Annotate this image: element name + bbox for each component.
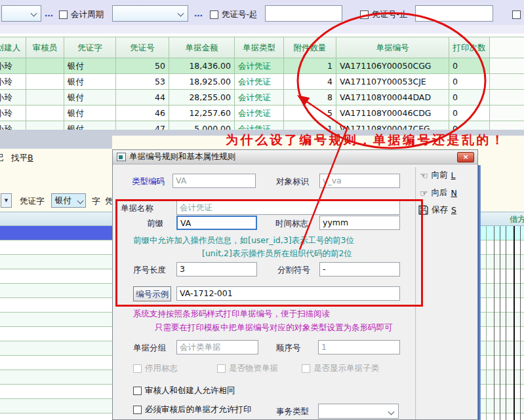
menu-item-zhaoping[interactable]: 找平B xyxy=(11,153,33,164)
dialog-titlebar[interactable]: 单据编号规则和基本属性规则 xyxy=(113,150,477,164)
serial-len-label: 序号长度 xyxy=(133,265,166,276)
cell: 银付 xyxy=(64,74,116,89)
filter-combo-2[interactable] xyxy=(112,5,188,22)
cell: 小玲 xyxy=(0,105,26,121)
hand-right-icon: ☞ xyxy=(420,189,428,197)
disable-flag-checkbox: 停用标志 xyxy=(133,363,178,374)
prefix-input[interactable]: VA xyxy=(176,216,257,230)
voucher-word-combo[interactable]: 银付 xyxy=(51,193,86,208)
cell: 小玲 xyxy=(0,74,26,89)
checkbox-box[interactable] xyxy=(512,10,521,19)
must-audit-checkbox[interactable]: 必须审核后的单据才允许打印 xyxy=(133,404,252,415)
grid-line-bold xyxy=(514,226,515,420)
checkbox-box[interactable] xyxy=(210,10,218,19)
save-button[interactable]: 保存 S xyxy=(418,204,456,216)
time-mark-input[interactable]: yymm xyxy=(319,216,400,230)
cell xyxy=(26,90,64,105)
vno-to-input[interactable] xyxy=(415,5,493,22)
vno-to-checkbox[interactable]: 凭证号-止 xyxy=(360,9,408,20)
cell: VA171108Y00046CDG xyxy=(336,105,449,121)
col-header-empty xyxy=(490,37,524,58)
date-dropdown-button[interactable]: ▼ xyxy=(1,193,12,208)
disable-flag-label: 停用标志 xyxy=(145,363,178,374)
seq-no-input[interactable]: 1 xyxy=(318,340,400,354)
prefix-hint-1: 前缀中允许加入操作员信息，如[user_id,3]表示工号的前3位 xyxy=(133,235,354,246)
ellipsis-button-1[interactable]: … xyxy=(45,9,54,18)
checkbox-box[interactable] xyxy=(59,10,68,19)
must-audit-label: 必须审核后的单据才允许打印 xyxy=(145,404,252,415)
cell: 小玲 xyxy=(0,58,26,73)
vno-from-checkbox[interactable]: 凭证号-起 xyxy=(210,9,258,20)
voucher-word-label: 凭证字 xyxy=(20,196,45,207)
col-header: 单据编号 xyxy=(336,37,449,58)
cell: VA171108Y00044DAD xyxy=(336,90,449,105)
checkbox-box[interactable] xyxy=(360,10,369,19)
cell: 53 xyxy=(116,74,169,89)
time-mark-label: 时间标志 xyxy=(275,218,308,229)
table-row[interactable]: 小玲 银付 50 18,436.00 会计凭证 1 VA171106Y00050… xyxy=(0,58,524,74)
clipped-checkbox[interactable]: 打 xyxy=(512,9,524,20)
table-header-row: 创建人 审核员 凭证字 凭证号 单据金额 单据类型 附件数量 单据编号 打印次数 xyxy=(0,37,524,58)
cell xyxy=(26,105,64,121)
checkbox-box[interactable] xyxy=(133,387,142,395)
forward-button[interactable]: ☜ 向前 L xyxy=(420,170,456,181)
object-id-input[interactable]: v_va xyxy=(319,174,400,188)
type-code-label: 类型编码 xyxy=(132,176,165,187)
ledger-row-right[interactable] xyxy=(478,226,524,240)
cell: 会计凭证 xyxy=(235,105,284,121)
menu-item-partial[interactable]: 记 xyxy=(0,153,7,164)
separator-label: 分割符号 xyxy=(277,265,310,276)
grid-line xyxy=(506,226,506,420)
barcode-note-2: 只需要在打印模板中把单据编号对应的对象类型设置为条形码即可 xyxy=(155,322,393,334)
grid-line xyxy=(494,226,494,420)
acct-period-label: 会计周期 xyxy=(71,9,104,20)
hand-left-icon: ☜ xyxy=(420,172,428,180)
ellipsis-button-2[interactable]: … xyxy=(194,9,203,18)
checkbox-box xyxy=(302,364,310,373)
clipped-label: 凭 xyxy=(105,196,112,207)
object-id-label: 对象标识 xyxy=(276,176,309,187)
col-header: 附件数量 xyxy=(284,37,336,58)
separator-input[interactable]: - xyxy=(319,262,400,277)
table-row[interactable]: 小玲 银付 44 28,255.00 会计凭证 8 VA171108Y00044… xyxy=(0,90,524,105)
cell: 小玲 xyxy=(0,90,26,105)
prefix-label: 前缀 xyxy=(147,218,163,229)
cell: 8 xyxy=(284,90,336,105)
app-screen: … 会计周期 … 凭证号-起 凭证号-止 打 创建人 审核员 凭证字 凭证号 单… xyxy=(0,0,524,420)
doc-name-label: 单据名称 xyxy=(121,203,153,214)
back-button[interactable]: ☞ 向后 N xyxy=(420,187,457,199)
type-code-input[interactable]: VA xyxy=(172,174,256,188)
voucher-word-value: 银付 xyxy=(55,195,71,205)
cell: 0 xyxy=(449,74,490,89)
cell: 4 xyxy=(284,74,336,89)
doc-group-input[interactable]: 会计类单据 xyxy=(176,340,258,354)
vno-to-label: 凭证号-止 xyxy=(372,9,408,20)
serial-len-input[interactable]: 3 xyxy=(176,262,257,277)
trans-type-dropdown[interactable] xyxy=(318,404,399,419)
vno-from-input[interactable] xyxy=(265,5,342,22)
cell: 银付 xyxy=(64,58,116,73)
panel-divider xyxy=(415,167,416,419)
doc-name-input[interactable]: 会计凭证 xyxy=(176,200,400,215)
cell xyxy=(490,90,524,105)
col-header: 凭证字 xyxy=(64,37,116,58)
cell: 银付 xyxy=(64,105,116,121)
cell: 0 xyxy=(449,90,490,105)
table-row[interactable]: 小玲 银付 53 18,925.00 会计凭证 4 VA171107Y00053… xyxy=(0,74,524,90)
checkbox-box xyxy=(217,364,226,373)
checkbox-box[interactable] xyxy=(133,406,142,414)
chevron-down-icon xyxy=(178,10,184,17)
close-button[interactable]: × xyxy=(457,152,474,162)
show-subtype-checkbox: 是否显示单据子类 xyxy=(302,363,379,374)
window-edge xyxy=(478,165,481,420)
sample-input[interactable]: VA-1712-001 xyxy=(176,286,400,301)
cell: 18,925.00 xyxy=(169,74,235,89)
save-icon xyxy=(418,205,428,215)
grid-line xyxy=(500,226,500,420)
acct-period-checkbox[interactable]: 会计周期 xyxy=(59,9,104,20)
sample-button[interactable]: 编号示例 xyxy=(133,286,171,301)
table-row[interactable]: 小玲 银付 46 12,257.60 会计凭证 5 VA171108Y00046… xyxy=(0,105,524,121)
filter-combo-1[interactable] xyxy=(1,5,41,22)
cell: 28,255.00 xyxy=(169,90,235,105)
auditor-same-checkbox[interactable]: 审核人和创建人允许相同 xyxy=(133,385,235,396)
